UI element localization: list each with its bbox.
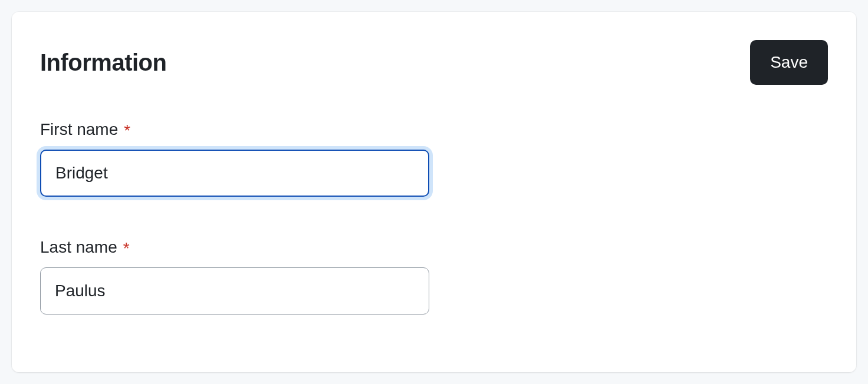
first-name-input[interactable] — [40, 150, 429, 197]
first-name-label: First name * — [40, 120, 828, 139]
required-asterisk-icon: * — [123, 240, 130, 257]
information-card: Information Save First name * Last name … — [12, 12, 856, 372]
first-name-field-group: First name * — [40, 120, 828, 197]
last-name-field-group: Last name * — [40, 238, 828, 315]
required-asterisk-icon: * — [124, 123, 130, 139]
page-title: Information — [40, 49, 166, 76]
save-button[interactable]: Save — [750, 40, 828, 85]
first-name-label-text: First name — [40, 120, 118, 139]
last-name-input[interactable] — [40, 267, 429, 315]
header-row: Information Save — [40, 40, 828, 85]
last-name-label: Last name * — [40, 238, 828, 257]
last-name-label-text: Last name — [40, 238, 117, 257]
